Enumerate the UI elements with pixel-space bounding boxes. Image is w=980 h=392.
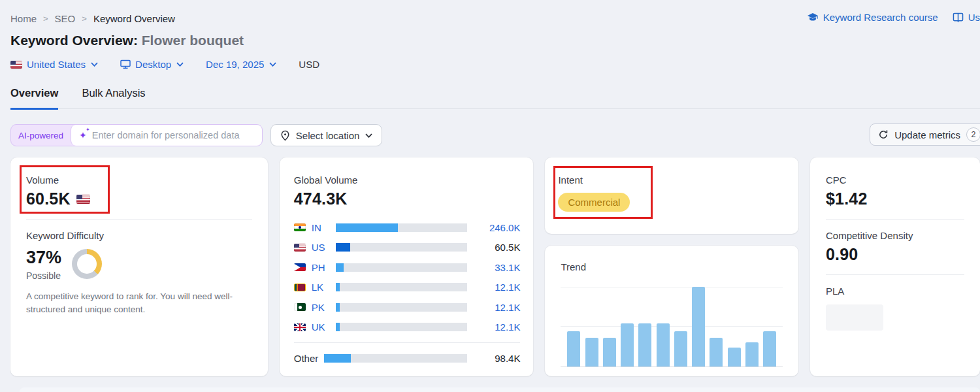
other-volume-value: 98.4K (473, 353, 520, 364)
domain-input[interactable] (92, 130, 254, 140)
philippines-flag-icon (294, 263, 306, 271)
breadcrumb-separator-icon: > (43, 14, 48, 24)
intent-label: Intent (558, 174, 785, 186)
trend-bar (745, 342, 759, 367)
topbar-links: Keyword Research course Us (807, 12, 980, 23)
chevron-down-icon (365, 133, 372, 138)
sparkles-icon: ✦✦ (79, 131, 87, 140)
update-metrics-button[interactable]: Update metrics 2 (870, 123, 980, 146)
table-row: LK 12.1K (294, 278, 521, 298)
chevron-down-icon (176, 62, 184, 67)
country-code-link[interactable]: IN (312, 222, 330, 233)
country-code-link[interactable]: LK (312, 282, 330, 293)
country-volume-link[interactable]: 246.0K (473, 222, 520, 233)
volume-bar (336, 263, 468, 272)
date-filter[interactable]: Dec 19, 2025 (206, 59, 276, 70)
select-location-button[interactable]: Select location (270, 124, 383, 146)
trend-bar (710, 338, 723, 367)
country-filter[interactable]: United States (10, 59, 98, 70)
breadcrumb-seo[interactable]: SEO (55, 13, 76, 24)
trend-chart (561, 287, 783, 367)
trend-bar (638, 323, 651, 367)
trend-bar (603, 338, 616, 367)
page-title-label: Keyword Overview: (10, 33, 138, 48)
competitive-density-value: 0.90 (826, 245, 964, 264)
device-filter-label: Desktop (135, 59, 171, 70)
volume-bar (336, 243, 468, 252)
graduation-cap-icon (807, 12, 819, 23)
global-volume-value: 474.3K (294, 189, 521, 208)
page-title-keyword: Flower bouquet (142, 33, 244, 48)
keyword-difficulty-value: 37% (26, 248, 61, 268)
device-filter[interactable]: Desktop (120, 59, 184, 70)
global-volume-card: Global Volume 474.3K IN 246.0K US 60.5K (280, 157, 534, 376)
uk-flag-icon (294, 323, 306, 331)
country-volume-link[interactable]: 12.1K (473, 321, 520, 333)
update-metrics-label: Update metrics (894, 129, 960, 140)
keyword-difficulty-description: A competitive keyword to rank for. You w… (26, 290, 252, 317)
intent-trend-column: Intent Commercial Trend (545, 157, 798, 376)
pla-label: PLA (826, 286, 964, 297)
country-code-link[interactable]: PK (312, 302, 330, 313)
global-volume-label: Global Volume (294, 174, 521, 186)
chevron-down-icon (91, 62, 98, 67)
next-section-edge (20, 387, 980, 392)
trend-bar (674, 331, 687, 367)
trend-card: Trend (545, 246, 798, 376)
tab-bulk-analysis[interactable]: Bulk Analysis (82, 87, 145, 108)
intent-card: Intent Commercial (545, 157, 798, 234)
domain-input-wrap: ✦✦ (71, 125, 262, 146)
divider (26, 219, 252, 220)
country-code-link[interactable]: PH (312, 262, 330, 273)
intent-commercial-badge[interactable]: Commercial (558, 193, 630, 212)
update-metrics-count-badge: 2 (966, 127, 980, 142)
table-row: PH 33.1K (294, 257, 521, 278)
tab-overview[interactable]: Overview (10, 87, 58, 110)
user-manual-link[interactable]: Us (953, 12, 980, 23)
pla-loading-skeleton (826, 304, 883, 331)
controls-bar: AI-powered ✦✦ Select location Update met… (10, 123, 980, 147)
page-title: Keyword Overview: Flower bouquet (10, 33, 980, 48)
country-volume-link[interactable]: 33.1K (473, 262, 520, 273)
volume-bar (336, 283, 468, 291)
trend-bars (567, 287, 776, 367)
volume-bar (336, 303, 468, 312)
location-pin-icon (280, 130, 290, 141)
metrics-cards: Volume 60.5K Keyword Difficulty 37% Poss… (10, 157, 980, 376)
breadcrumb-home[interactable]: Home (10, 13, 37, 24)
manual-link-label: Us (968, 12, 980, 23)
table-row: UK 12.1K (294, 318, 521, 338)
volume-bar (336, 323, 468, 331)
us-flag-icon (10, 61, 22, 69)
volume-value: 60.5K (26, 189, 71, 208)
tab-bar: Overview Bulk Analysis (10, 87, 980, 109)
cpc-label: CPC (826, 174, 964, 186)
course-link-label: Keyword Research course (823, 12, 938, 23)
volume-card: Volume 60.5K Keyword Difficulty 37% Poss… (10, 157, 268, 376)
country-volume-link[interactable]: 12.1K (473, 302, 520, 313)
country-volume-value: 60.5K (473, 242, 520, 253)
breadcrumb: Home > SEO > Keyword Overview (10, 13, 175, 24)
india-flag-icon (294, 223, 306, 231)
ai-powered-badge: AI-powered (11, 125, 71, 146)
monitor-icon (120, 59, 131, 69)
divider (826, 274, 964, 275)
keyword-difficulty-label: Keyword Difficulty (26, 230, 252, 241)
trend-bar (692, 287, 705, 367)
currency-label: USD (299, 59, 319, 70)
trend-bar (728, 348, 741, 367)
table-row: US 60.5K (294, 238, 521, 258)
refresh-icon (878, 129, 889, 140)
select-location-label: Select location (296, 130, 360, 141)
country-code-link[interactable]: UK (312, 321, 330, 333)
breadcrumb-keyword-overview: Keyword Overview (93, 13, 175, 24)
keyword-overview-page: Home > SEO > Keyword Overview Keyword Re… (0, 0, 980, 392)
country-code-link[interactable]: US (312, 242, 330, 253)
keyword-research-course-link[interactable]: Keyword Research course (807, 12, 938, 23)
country-volume-link[interactable]: 12.1K (473, 282, 520, 293)
pakistan-flag-icon (294, 303, 306, 311)
date-filter-label: Dec 19, 2025 (206, 59, 264, 70)
trend-bar (657, 323, 670, 367)
us-flag-icon (294, 244, 306, 252)
keyword-difficulty-level: Possible (26, 270, 61, 281)
